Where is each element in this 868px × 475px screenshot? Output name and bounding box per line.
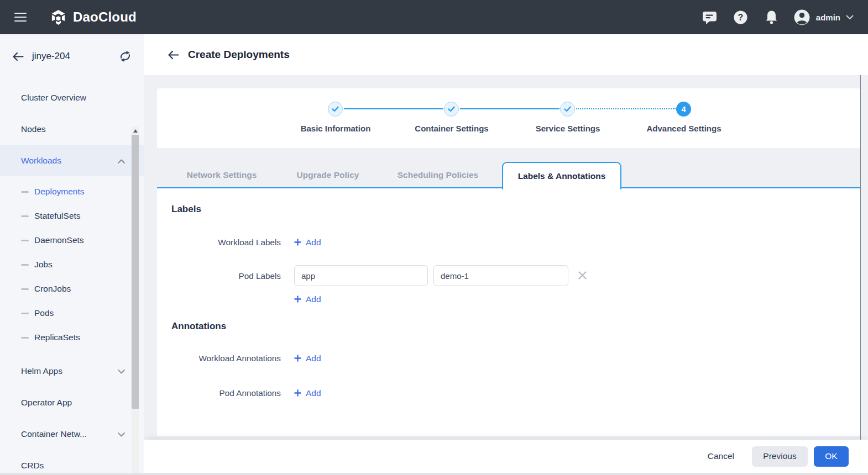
notifications-bell-icon[interactable]	[762, 8, 781, 27]
sidebar-item-label: Jobs	[34, 260, 53, 270]
sidebar-item-label: Deployments	[34, 187, 84, 197]
sidebar-item-crds[interactable]: CRDs	[0, 450, 144, 475]
page-header: Create Deployments	[144, 34, 868, 75]
switch-cluster-icon[interactable]	[119, 51, 132, 62]
sidebar-item-cluster-overview[interactable]: Cluster Overview	[0, 82, 144, 113]
sidebar-item-container-network[interactable]: Container Netw...	[0, 418, 144, 450]
sidebar-item-jobs[interactable]: Jobs	[0, 252, 144, 277]
sidebar-item-workloads[interactable]: Workloads	[0, 145, 144, 176]
chevron-up-icon	[118, 156, 125, 166]
chevron-down-icon	[846, 15, 854, 20]
pod-label-value-input[interactable]	[433, 265, 568, 286]
svg-text:?: ?	[738, 13, 744, 22]
user-menu[interactable]: admin	[793, 9, 854, 26]
sidebar-item-helm-apps[interactable]: Helm Apps	[0, 355, 144, 387]
sidebar-item-statefulsets[interactable]: StatefulSets	[0, 204, 144, 228]
add-workload-annotation-button[interactable]: Add	[294, 352, 321, 364]
page-back-icon[interactable]	[168, 50, 179, 60]
step-3-label: Service Settings	[507, 124, 629, 133]
sidebar-item-label: Workloads	[21, 156, 61, 166]
sidebar-item-label: Container Netw...	[21, 429, 87, 439]
tab-scheduling-policies[interactable]: Scheduling Policies	[383, 162, 493, 188]
sidebar-item-cronjobs[interactable]: CronJobs	[0, 277, 144, 301]
sidebar-scrollbar[interactable]	[132, 127, 139, 475]
workloads-submenu: Deployments StatefulSets DaemonSets Jobs…	[0, 180, 144, 350]
ok-button[interactable]: OK	[814, 446, 849, 467]
plus-icon	[294, 295, 301, 303]
step-number: 4	[681, 105, 686, 114]
workload-labels-label: Workload Labels	[157, 236, 281, 248]
scroll-up-icon[interactable]	[133, 129, 138, 133]
labels-annotations-panel: Labels Workload Labels Add Pod Labels Ad…	[157, 188, 860, 436]
messages-icon[interactable]	[700, 8, 719, 27]
dash-icon	[21, 264, 29, 266]
plus-icon	[294, 239, 301, 246]
step-connector	[344, 108, 443, 109]
help-icon[interactable]: ?	[731, 8, 750, 27]
dash-icon	[21, 240, 29, 241]
avatar	[793, 9, 811, 26]
sidebar-item-label: DaemonSets	[34, 235, 84, 245]
user-name: admin	[816, 13, 840, 22]
dash-icon	[21, 313, 29, 314]
add-pod-label-button[interactable]: Add	[294, 293, 321, 305]
step-2-label: Container Settings	[391, 124, 513, 133]
cancel-button[interactable]: Cancel	[707, 447, 735, 466]
tab-labels-annotations[interactable]: Labels & Annotations	[502, 162, 621, 189]
sidebar-item-label: StatefulSets	[34, 211, 81, 221]
add-label-text: Add	[306, 236, 321, 248]
menu-toggle-icon[interactable]	[14, 10, 27, 24]
topbar-actions: ? admin	[688, 8, 854, 27]
sidebar-item-deployments[interactable]: Deployments	[0, 180, 144, 204]
tab-upgrade-policy[interactable]: Upgrade Policy	[278, 162, 378, 188]
remove-pod-label-icon[interactable]	[578, 271, 587, 279]
daocloud-logo-icon	[50, 9, 67, 26]
plus-icon	[294, 355, 301, 362]
scrollbar-thumb[interactable]	[132, 135, 139, 409]
sidebar-item-replicasets[interactable]: ReplicaSets	[0, 325, 144, 350]
add-pod-annotation-button[interactable]: Add	[294, 387, 321, 399]
step-4-current-badge: 4	[676, 102, 691, 117]
settings-tab-bar: Network Settings Upgrade Policy Scheduli…	[157, 162, 860, 188]
topbar: DaoCloud ?	[0, 0, 868, 34]
sidebar-item-operator-app[interactable]: Operator App	[0, 387, 144, 418]
step-connector	[460, 108, 560, 109]
sidebar-item-label: ReplicaSets	[34, 332, 80, 342]
cluster-back-icon[interactable]	[12, 52, 24, 61]
step-1-label: Basic Information	[275, 124, 396, 133]
sidebar: jinye-204 Cluster Overview Nodes Workloa…	[0, 34, 144, 475]
sidebar-item-label: Nodes	[21, 124, 46, 134]
main-area: Create Deployments 4 Basic Information C…	[144, 34, 868, 475]
add-label-text: Add	[306, 293, 321, 305]
main-scrollbar[interactable]	[860, 75, 868, 440]
wizard-footer: Cancel Previous OK	[144, 440, 868, 473]
step-4-label: Advanced Settings	[623, 124, 745, 133]
sidebar-item-nodes[interactable]: Nodes	[0, 113, 144, 145]
sidebar-item-label: Cluster Overview	[21, 93, 86, 103]
page-title: Create Deployments	[188, 49, 290, 61]
add-workload-label-button[interactable]: Add	[294, 236, 321, 248]
brand: DaoCloud	[50, 9, 137, 26]
sidebar-item-label: Pods	[34, 308, 54, 318]
dash-icon	[21, 337, 29, 339]
pod-labels-label: Pod Labels	[157, 270, 281, 282]
chevron-down-icon	[118, 366, 125, 376]
sidebar-item-label: Operator App	[21, 398, 72, 408]
workload-annotations-label: Workload Annotations	[157, 352, 281, 364]
add-label-text: Add	[306, 352, 321, 364]
plus-icon	[294, 389, 301, 397]
annotations-section-heading: Annotations	[171, 320, 226, 332]
tab-network-settings[interactable]: Network Settings	[172, 162, 271, 188]
pod-label-key-input[interactable]	[294, 265, 428, 286]
pod-annotations-label: Pod Annotations	[157, 387, 281, 399]
sidebar-header: jinye-204	[0, 34, 144, 78]
brand-name: DaoCloud	[73, 9, 137, 25]
sidebar-item-pods[interactable]: Pods	[0, 301, 144, 325]
dash-icon	[21, 215, 29, 217]
sidebar-item-daemonsets[interactable]: DaemonSets	[0, 228, 144, 252]
step-2-done-check-icon	[444, 102, 459, 117]
step-connector-dotted	[576, 108, 676, 109]
previous-button[interactable]: Previous	[752, 446, 808, 467]
step-3-done-check-icon	[560, 102, 575, 117]
sidebar-menu: Cluster Overview Nodes Workloads Deploym…	[0, 78, 144, 475]
